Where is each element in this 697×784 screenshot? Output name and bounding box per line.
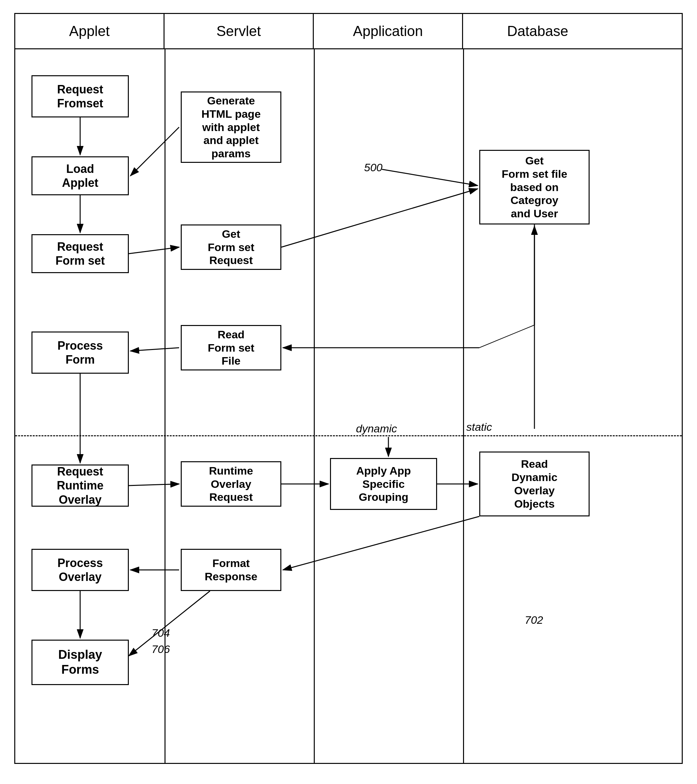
read-dynamic-overlay-box: ReadDynamicOverlayObjects (479, 451, 590, 516)
svg-line-5 (281, 189, 478, 247)
svg-line-8 (479, 325, 534, 348)
display-forms-box: DisplayForms (31, 640, 129, 685)
static-label: static (466, 421, 492, 433)
header-applet: Applet (15, 14, 165, 48)
request-formset-box: RequestForm set (31, 234, 129, 273)
request-runtime-overlay-box: RequestRuntimeOverlay (31, 464, 129, 507)
svg-line-4 (129, 247, 179, 254)
svg-line-14 (283, 516, 479, 570)
header-database: Database (463, 14, 612, 48)
process-overlay-box: ProcessOverlay (31, 549, 129, 591)
svg-line-11 (129, 484, 179, 486)
diagram: Applet Servlet Application Database Requ… (14, 13, 683, 764)
header-servlet: Servlet (165, 14, 314, 48)
ref-702-label: 702 (525, 614, 543, 626)
dynamic-label: dynamic (356, 422, 397, 435)
header-row: Applet Servlet Application Database (15, 14, 682, 49)
read-formset-file-box: ReadForm setFile (181, 325, 281, 371)
format-response-box: FormatResponse (181, 549, 281, 591)
runtime-overlay-request-box: RuntimeOverlayRequest (181, 461, 281, 507)
load-applet-box: LoadApplet (31, 156, 129, 195)
get-formset-file-box: GetForm set filebased onCategroyand User (479, 150, 590, 224)
svg-line-9 (130, 348, 179, 351)
ref-704-label: 704 (152, 627, 170, 639)
apply-app-specific-box: Apply AppSpecificGrouping (330, 458, 437, 510)
get-formset-request-box: GetForm setRequest (181, 224, 281, 270)
ref-706-label: 706 (152, 643, 170, 656)
request-fromset-box: RequestFromset (31, 75, 129, 117)
ref-500-label: 500 (364, 161, 382, 174)
header-application: Application (314, 14, 463, 48)
generate-html-box: GenerateHTML pagewith appletand appletpa… (181, 91, 281, 163)
svg-line-17 (130, 127, 179, 176)
process-form-box: ProcessForm (31, 331, 129, 374)
